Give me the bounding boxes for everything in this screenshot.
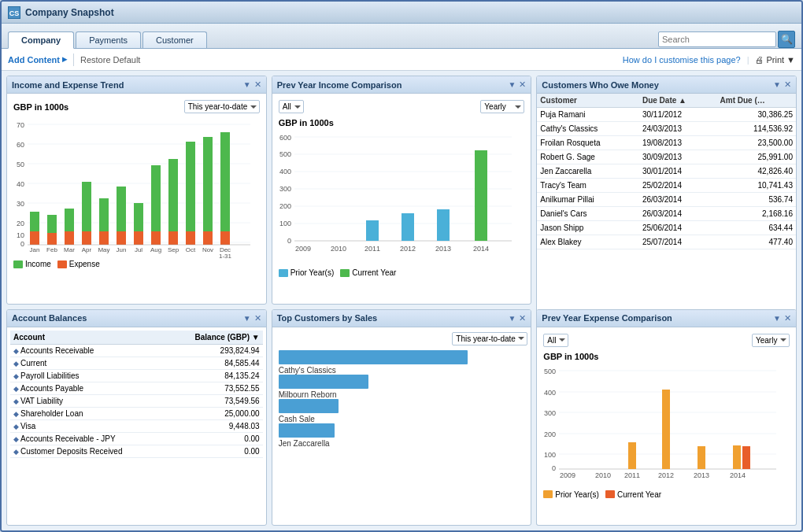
pyi-body: All Yearly Monthly GBP in 1000s 600 500 …: [272, 94, 531, 282]
customer-row[interactable]: Jen Zaccarella30/01/201442,826.40: [537, 164, 796, 179]
cust-collapse-btn[interactable]: ▼: [773, 80, 781, 89]
pyi-current-label: Current Year: [352, 268, 396, 277]
pye-title: Prev Year Expense Comparison: [542, 313, 672, 323]
account-row[interactable]: ◆Customer Deposits Received0.00: [10, 445, 263, 457]
top-customer-name: Milbourn Reborn: [279, 390, 525, 399]
customer-row[interactable]: Anilkumar Pillai26/03/2014536.74: [537, 193, 796, 207]
pye-filter2-select[interactable]: Yearly: [752, 334, 790, 347]
customer-row[interactable]: Froilan Rosqueta19/08/201323,500.00: [537, 136, 796, 150]
prev-year-income-panel: Prev Year Income Comparison ▼ ✕ All Year…: [272, 76, 532, 305]
pyi-filter1-select[interactable]: All: [279, 100, 304, 113]
pye-prior-legend: Prior Year(s): [543, 490, 599, 499]
svg-rect-94: [733, 445, 741, 469]
svg-text:200: 200: [279, 202, 291, 210]
ab-close-btn[interactable]: ✕: [254, 313, 261, 323]
pye-header: Prev Year Expense Comparison ▼ ✕: [537, 310, 796, 327]
svg-text:2013: 2013: [435, 245, 451, 253]
pyi-current-legend: Current Year: [340, 268, 396, 277]
customer-name: Daniel's Cars: [537, 207, 639, 221]
account-balance: 0.00: [167, 445, 263, 457]
col-due-date[interactable]: Due Date ▲: [639, 94, 717, 108]
tab-customer[interactable]: Customer: [142, 31, 207, 48]
svg-text:Jan: Jan: [30, 246, 40, 253]
account-row[interactable]: ◆VAT Liability73,549.56: [10, 394, 263, 407]
pye-collapse-btn[interactable]: ▼: [773, 314, 781, 323]
account-name: ◆Payroll Liabilities: [10, 369, 167, 382]
pyi-close-btn[interactable]: ✕: [519, 79, 526, 90]
account-balance: 73,549.56: [167, 394, 263, 407]
cust-close-btn[interactable]: ✕: [784, 79, 791, 90]
tc-filter-select[interactable]: This year-to-date: [452, 332, 527, 345]
ab-collapse-btn[interactable]: ▼: [243, 314, 251, 323]
svg-text:Feb: Feb: [46, 246, 57, 253]
account-row[interactable]: ◆Visa9,448.03: [10, 419, 263, 432]
svg-text:400: 400: [544, 389, 556, 397]
svg-text:CS: CS: [9, 9, 20, 17]
customer-row[interactable]: Alex Blakey25/07/2014477.40: [537, 235, 796, 249]
customer-amount: 25,991.00: [717, 150, 796, 164]
customer-name: Anilkumar Pillai: [537, 193, 639, 207]
account-row[interactable]: ◆Accounts Receivable293,824.94: [10, 344, 263, 357]
svg-rect-95: [742, 446, 750, 469]
account-row[interactable]: ◆Accounts Receivable - JPY0.00: [10, 432, 263, 445]
tab-company[interactable]: Company: [8, 31, 74, 49]
ab-col-account[interactable]: Account: [10, 331, 167, 345]
account-balance: 25,000.00: [167, 407, 263, 419]
income-expense-chart: 70 60 50 40 30 20 10 0: [10, 116, 254, 258]
account-row[interactable]: ◆Shareholder Loan25,000.00: [10, 407, 263, 419]
search-input[interactable]: [658, 31, 776, 47]
customer-row[interactable]: Tracy's Team25/02/201410,741.43: [537, 179, 796, 193]
svg-text:2009: 2009: [560, 471, 575, 479]
account-row[interactable]: ◆Payroll Liabilities84,135.24: [10, 369, 263, 382]
customer-row[interactable]: Daniel's Cars26/03/20142,168.16: [537, 207, 796, 221]
svg-text:2012: 2012: [658, 471, 674, 479]
svg-text:2014: 2014: [473, 245, 489, 253]
account-table: Account Balance (GBP) ▼ ◆Accounts Receiv…: [10, 331, 263, 458]
customer-row[interactable]: Jason Shipp25/06/2014634.44: [537, 221, 796, 235]
customer-row[interactable]: Robert G. Sage30/09/201325,991.00: [537, 150, 796, 164]
svg-text:500: 500: [279, 150, 291, 158]
search-button[interactable]: 🔍: [778, 31, 795, 48]
col-customer[interactable]: Customer: [537, 94, 639, 108]
customer-row[interactable]: Cathy's Classics24/03/2013114,536.92: [537, 122, 796, 136]
account-row[interactable]: ◆Accounts Payable73,552.55: [10, 382, 263, 394]
col-amt-due[interactable]: Amt Due (…: [717, 94, 796, 108]
account-balance: 9,448.03: [167, 419, 263, 432]
income-expense-title: Income and Expense Trend: [12, 80, 124, 90]
account-name: ◆Shareholder Loan: [10, 407, 167, 419]
ab-title: Account Balances: [12, 313, 87, 323]
ab-body: Account Balance (GBP) ▼ ◆Accounts Receiv…: [7, 327, 266, 461]
ie-close-btn[interactable]: ✕: [254, 79, 261, 90]
how-to-link[interactable]: How do I customise this page?: [623, 55, 741, 65]
restore-default-button[interactable]: Restore Default: [80, 55, 140, 65]
tc-collapse-btn[interactable]: ▼: [508, 314, 516, 323]
svg-rect-72: [475, 150, 487, 241]
customers-owe-controls: ▼ ✕: [773, 79, 791, 90]
tc-close-btn[interactable]: ✕: [519, 313, 526, 323]
pye-chart: 500 400 300 200 100 0: [540, 363, 784, 489]
account-name: ◆VAT Liability: [10, 394, 167, 407]
ie-filter-select[interactable]: This year-to-date This month Last year: [184, 100, 260, 113]
customer-name: Froilan Rosqueta: [537, 136, 639, 150]
add-content-button[interactable]: Add Content: [8, 55, 67, 65]
svg-text:70: 70: [17, 121, 24, 129]
pye-close-btn[interactable]: ✕: [784, 313, 791, 323]
svg-text:Mar: Mar: [64, 246, 75, 253]
tab-payments[interactable]: Payments: [76, 31, 141, 48]
tc-body: This year-to-date Cathy's ClassicsMilbou…: [272, 327, 531, 454]
pyi-collapse-btn[interactable]: ▼: [508, 80, 516, 89]
svg-text:2009: 2009: [295, 245, 311, 253]
ab-col-balance[interactable]: Balance (GBP) ▼: [167, 331, 263, 345]
pye-filter1-select[interactable]: All: [543, 334, 568, 347]
customer-row[interactable]: Puja Ramani30/11/201230,386.25: [537, 108, 796, 122]
svg-text:300: 300: [279, 185, 291, 193]
pyi-filter2-select[interactable]: Yearly Monthly: [480, 100, 524, 113]
account-row[interactable]: ◆Current84,585.44: [10, 357, 263, 369]
svg-rect-40: [220, 231, 230, 245]
ie-collapse-btn[interactable]: ▼: [243, 80, 251, 89]
top-customers-bars: Cathy's ClassicsMilbourn RebornCash Sale…: [276, 347, 528, 451]
print-button[interactable]: 🖨 Print ▼: [755, 55, 795, 65]
customer-name: Jen Zaccarella: [537, 164, 639, 179]
svg-text:30: 30: [17, 200, 24, 208]
tc-header: Top Customers by Sales ▼ ✕: [272, 310, 531, 327]
